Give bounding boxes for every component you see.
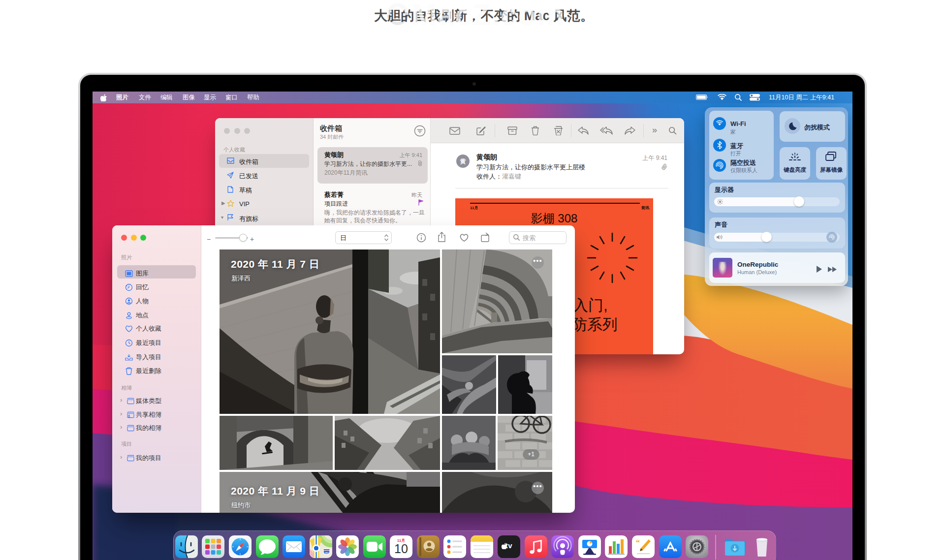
svg-text:280: 280 [324, 552, 329, 555]
svg-text:“: “ [636, 538, 640, 547]
